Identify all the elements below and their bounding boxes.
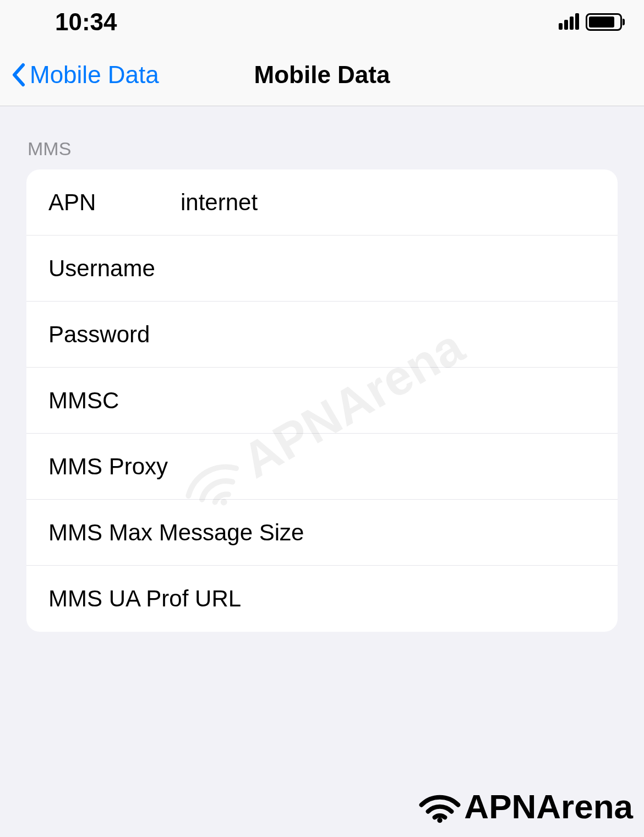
username-row[interactable]: Username [26, 236, 618, 302]
apn-label: APN [48, 189, 181, 216]
password-row[interactable]: Password [26, 302, 618, 368]
battery-icon [586, 13, 622, 31]
watermark-bottom: APNArena [418, 787, 633, 826]
mms-max-size-label: MMS Max Message Size [48, 519, 304, 546]
chevron-left-icon [11, 63, 25, 87]
mms-max-size-row[interactable]: MMS Max Message Size [26, 500, 618, 566]
back-label: Mobile Data [30, 61, 159, 89]
section-header-mms: MMS [28, 106, 618, 169]
mms-proxy-row[interactable]: MMS Proxy [26, 434, 618, 500]
svg-point-1 [438, 818, 443, 823]
username-label: Username [48, 255, 181, 282]
status-bar: 10:34 [0, 0, 644, 44]
wifi-icon [418, 790, 462, 823]
mms-proxy-label: MMS Proxy [48, 453, 181, 480]
watermark-bottom-text: APNArena [464, 787, 633, 826]
settings-group-mms: APN internet Username Password MMSC MMS … [26, 169, 618, 632]
back-button[interactable]: Mobile Data [0, 61, 159, 89]
footer-area: APNArena [0, 683, 644, 837]
cellular-signal-icon [559, 14, 579, 30]
mmsc-row[interactable]: MMSC [26, 368, 618, 434]
mmsc-label: MMSC [48, 387, 181, 414]
page-title: Mobile Data [254, 61, 390, 89]
status-indicators [559, 13, 622, 31]
navigation-bar: Mobile Data Mobile Data [0, 44, 644, 106]
content-area: MMS APN internet Username Password MMSC … [0, 106, 644, 632]
mms-ua-prof-label: MMS UA Prof URL [48, 586, 241, 612]
password-label: Password [48, 321, 181, 348]
status-time: 10:34 [55, 8, 117, 36]
mms-ua-prof-row[interactable]: MMS UA Prof URL [26, 566, 618, 632]
apn-row[interactable]: APN internet [26, 169, 618, 236]
apn-value[interactable]: internet [181, 189, 618, 216]
